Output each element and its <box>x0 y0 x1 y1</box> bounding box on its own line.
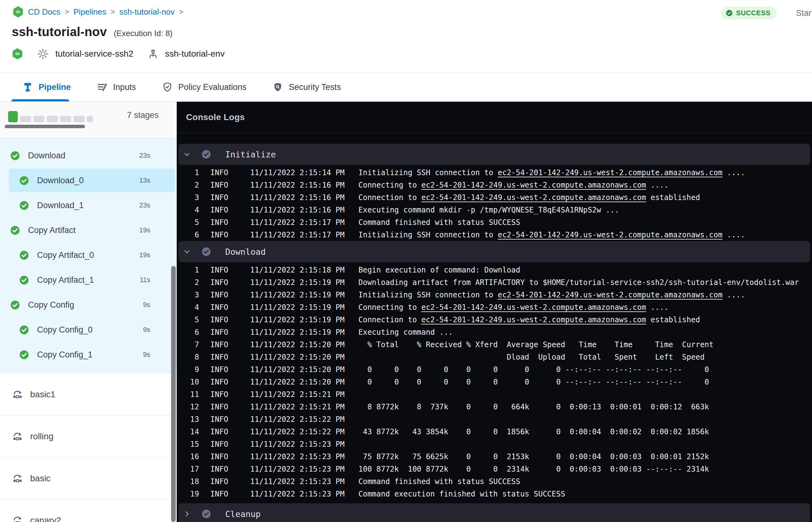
execution-row-rolling[interactable]: rolling <box>0 416 177 458</box>
stage-duration: 9s <box>143 350 150 359</box>
log-line-number: 4 <box>177 206 199 214</box>
log-timestamp: 11/11/2022 2:15:23 PM <box>250 490 345 498</box>
stage-row-download[interactable]: Download23s <box>0 143 177 168</box>
execution-row-basic[interactable]: basic <box>0 458 177 500</box>
log-message: Connecting to ec2-54-201-142-249.us-west… <box>359 181 669 189</box>
tab-pipeline[interactable]: Pipeline <box>22 82 71 93</box>
execution-row-basic1[interactable]: basic1 <box>0 374 177 416</box>
host-link[interactable]: ec2-54-201-142-249.us-west-2.compute.ama… <box>421 181 646 189</box>
log-message: 0 0 0 0 0 0 0 0 --:--:-- --:--:-- --:--:… <box>359 365 709 374</box>
log-message: 8 8772k 8 737k 0 0 664k 0 0:00:13 0:00:0… <box>359 403 709 411</box>
host-link[interactable]: ec2-54-201-142-249.us-west-2.compute.ama… <box>421 303 646 312</box>
chevron-down-icon <box>183 248 191 256</box>
log-message: Command finished with status SUCCESS <box>359 477 520 486</box>
log-message: Connection to ec2-54-201-142-249.us-west… <box>359 316 700 324</box>
tab-label: Security Tests <box>289 82 341 92</box>
log-message: Initializing SSH connection to ec2-54-20… <box>359 290 745 299</box>
log-timestamp: 11/11/2022 2:15:20 PM <box>250 340 345 349</box>
log-timestamp: 11/11/2022 2:15:22 PM <box>250 427 345 436</box>
log-message: 0 0 0 0 0 0 0 0 --:--:-- --:--:-- --:--:… <box>359 378 709 386</box>
log-timestamp: 11/11/2022 2:15:21 PM <box>250 403 345 411</box>
log-line-number: 1 <box>177 266 199 274</box>
log-message: Executing command mkdir -p /tmp/WYQNESE_… <box>359 206 619 214</box>
stage-row-copy-artifact-1[interactable]: Copy Artifact_111s <box>0 267 177 293</box>
log-timestamp: 11/11/2022 2:15:18 PM <box>250 266 345 274</box>
execution-id: (Execution Id: 8) <box>114 28 172 38</box>
log-section-header-cleanup[interactable]: Cleanup <box>179 503 810 522</box>
log-line-number: 5 <box>177 316 199 324</box>
log-line: 3INFO11/11/2022 2:15:16 PMConnection to … <box>177 191 812 204</box>
host-link[interactable]: ec2-54-201-142-249.us-west-2.compute.ama… <box>498 290 723 299</box>
log-level: INFO <box>210 477 228 486</box>
log-line: 1INFO11/11/2022 2:15:18 PMBegin executio… <box>177 264 812 276</box>
breadcrumb-pipelines[interactable]: Pipelines <box>74 7 106 17</box>
stage-name: Download <box>28 151 65 161</box>
service-name[interactable]: tutorial-service-ssh2 <box>55 49 134 59</box>
log-message: Initializing SSH connection to ec2-54-20… <box>359 230 745 239</box>
log-level: INFO <box>210 390 228 399</box>
stage-check-icon <box>19 350 29 360</box>
stage-square-pending <box>47 116 58 122</box>
stage-list: Download23sDownload_013sDownload_123sCop… <box>0 138 177 373</box>
console-logs-title: Console Logs <box>186 112 245 122</box>
stage-row-download-1[interactable]: Download_123s <box>0 193 177 218</box>
log-line: 6INFO11/11/2022 2:15:17 PMInitializing S… <box>177 229 812 241</box>
stage-row-copy-config[interactable]: Copy Config9s <box>0 293 177 317</box>
stage-row-copy-config-1[interactable]: Copy Config_19s <box>0 342 177 367</box>
host-link[interactable]: ec2-54-201-142-249.us-west-2.compute.ama… <box>421 193 646 202</box>
log-level: INFO <box>210 465 228 474</box>
stage-name: Copy Config_0 <box>37 325 93 335</box>
stage-row-copy-artifact-0[interactable]: Copy Artifact_019s <box>0 243 177 267</box>
stage-row-download-0[interactable]: Download_013s <box>0 168 177 193</box>
tab-policy-evaluations[interactable]: Policy Evaluations <box>162 82 246 93</box>
stage-name: Copy Artifact <box>28 225 76 235</box>
tab-bar: PipelineInputsPolicy EvaluationsSecurity… <box>0 73 812 102</box>
log-timestamp: 11/11/2022 2:15:20 PM <box>250 378 345 386</box>
log-level: INFO <box>210 490 228 498</box>
breadcrumb-cd-docs[interactable]: CD Docs <box>28 7 60 17</box>
execution-row-canary2[interactable]: canary2 <box>0 500 177 522</box>
log-line: 17INFO11/11/2022 2:15:23 PM100 8772k 100… <box>177 463 812 475</box>
stage-square-pending <box>74 116 85 122</box>
page-header: ∞ CD Docs > Pipelines > ssh-tutorial-nov… <box>0 0 812 73</box>
tab-inputs[interactable]: Inputs <box>97 82 136 93</box>
svg-text:∞: ∞ <box>16 8 21 15</box>
stage-progress-header: 7 stages <box>0 102 177 138</box>
stage-row-copy-artifact[interactable]: Copy Artifact19s <box>0 218 177 243</box>
log-timestamp: 11/11/2022 2:15:19 PM <box>250 316 345 324</box>
log-message: 100 8772k 100 8772k 0 0 2314k 0 0:00:03 … <box>359 465 709 474</box>
sidebar-scrollbar[interactable] <box>171 266 176 522</box>
stage-duration: 13s <box>139 176 150 184</box>
band-check-icon <box>202 247 211 256</box>
log-level: INFO <box>210 378 228 386</box>
stage-check-icon <box>10 151 20 161</box>
log-section-header-download[interactable]: Download <box>179 241 810 262</box>
log-timestamp: 11/11/2022 2:15:20 PM <box>250 365 345 374</box>
environment-name[interactable]: ssh-tutorial-env <box>165 49 225 59</box>
chevron-right-icon <box>183 510 191 518</box>
host-link[interactable]: ec2-54-201-142-249.us-west-2.compute.ama… <box>498 230 723 239</box>
log-line-number: 9 <box>177 365 199 374</box>
harness-logo-icon: ∞ <box>12 48 23 59</box>
log-timestamp: 11/11/2022 2:15:16 PM <box>250 193 345 202</box>
log-line-number: 2 <box>177 278 199 287</box>
log-message: Initializing SSH connection to ec2-54-20… <box>359 168 745 177</box>
log-timestamp: 11/11/2022 2:15:19 PM <box>250 278 345 287</box>
environment-icon <box>148 48 158 59</box>
log-timestamp: 11/11/2022 2:15:23 PM <box>250 440 345 448</box>
stage-duration: 19s <box>139 226 150 234</box>
host-link[interactable]: ec2-54-201-142-249.us-west-2.compute.ama… <box>498 168 723 177</box>
log-line-number: 17 <box>177 465 199 474</box>
stage-row-copy-config-0[interactable]: Copy Config_09s <box>0 317 177 342</box>
log-line: 13INFO11/11/2022 2:15:22 PM <box>177 413 812 425</box>
stage-progress-scrollbar[interactable] <box>5 125 85 128</box>
log-timestamp: 11/11/2022 2:15:23 PM <box>250 477 345 486</box>
log-line: 10INFO11/11/2022 2:15:20 PM 0 0 0 0 0 0 … <box>177 376 812 388</box>
tab-security-tests[interactable]: Security Tests <box>272 82 341 93</box>
log-section-title: Download <box>225 247 266 257</box>
log-section-header-initialize[interactable]: Initialize <box>179 144 810 165</box>
breadcrumb-pipeline-name[interactable]: ssh-tutorial-nov <box>120 7 175 17</box>
host-link[interactable]: ec2-54-201-142-249.us-west-2.compute.ama… <box>421 316 646 324</box>
log-line: 7INFO11/11/2022 2:15:20 PM % Total % Rec… <box>177 339 812 351</box>
log-line: 16INFO11/11/2022 2:15:23 PM 75 8772k 75 … <box>177 450 812 463</box>
